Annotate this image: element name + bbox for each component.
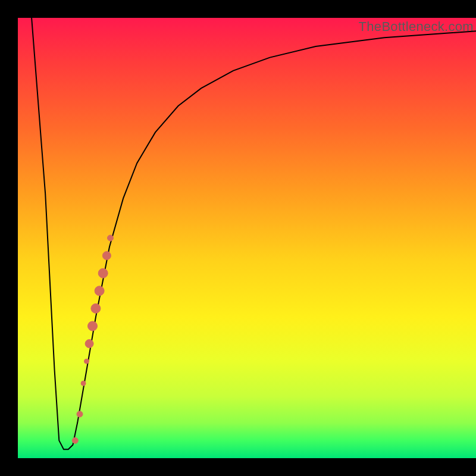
curve-marker — [72, 437, 78, 443]
curve-marker — [108, 235, 114, 241]
curve-marker — [91, 303, 101, 313]
curve-marker — [95, 286, 104, 296]
chart-svg — [18, 18, 476, 458]
curve-markers — [72, 235, 113, 443]
curve-marker — [102, 252, 111, 260]
curve-marker — [81, 381, 86, 386]
curve-marker — [88, 321, 98, 331]
chart-plot-area: TheBottleneck.com — [18, 18, 476, 458]
curve-marker — [85, 340, 93, 348]
curve-marker — [77, 411, 83, 417]
curve-marker — [98, 268, 108, 278]
bottleneck-curve — [32, 18, 476, 449]
curve-marker — [84, 359, 89, 364]
chart-stage: TheBottleneck.com — [0, 0, 476, 476]
